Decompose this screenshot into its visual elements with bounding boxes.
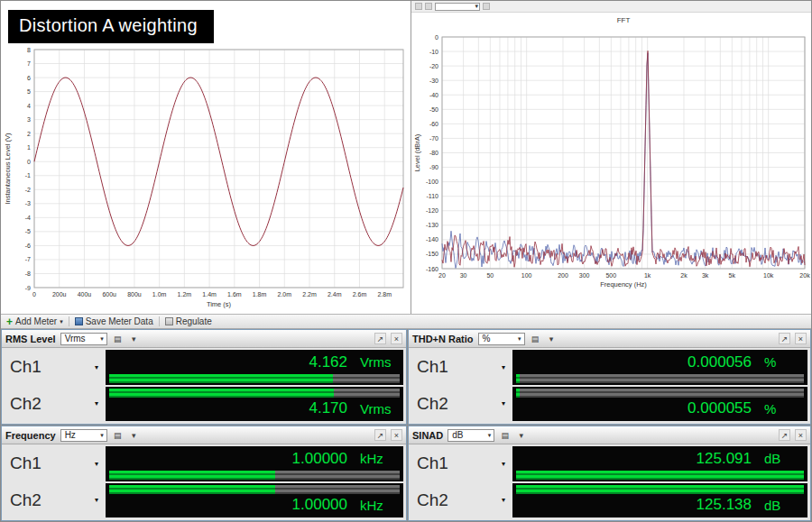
meter-bar	[516, 485, 804, 494]
svg-text:-10: -10	[429, 49, 438, 55]
unit-value: Vrms	[65, 334, 86, 343]
svg-text:200: 200	[558, 272, 568, 279]
svg-text:8: 8	[27, 47, 31, 53]
meter-value: 4.170	[309, 399, 347, 417]
meter-bar	[516, 389, 804, 398]
meter-value: 1.00000	[292, 450, 347, 468]
channel-selector[interactable]: Ch2 ▾	[5, 483, 106, 518]
chevron-down-icon: ▾	[100, 432, 104, 439]
svg-text:-9: -9	[25, 285, 31, 291]
meter-settings-icon[interactable]: ▤	[112, 333, 124, 344]
scope-chart: 876543210-1-2-3-4-5-6-7-8-90200u400u600u…	[1, 1, 411, 314]
chevron-down-icon: ▾	[95, 460, 98, 468]
svg-text:-40: -40	[429, 92, 438, 98]
regulate-button[interactable]: Regulate	[160, 315, 217, 328]
meter-menu-icon[interactable]: ▾	[515, 429, 527, 441]
channel-selector[interactable]: Ch2 ▾	[411, 387, 512, 422]
add-meter-button[interactable]: + Add Meter ▾	[1, 315, 69, 328]
svg-text:2k: 2k	[680, 272, 687, 279]
meter-reading: 4.162 Vrms	[109, 352, 400, 373]
popout-icon[interactable]: ↗	[374, 429, 386, 441]
meter-bar	[109, 374, 400, 383]
fft-toolbar-icon[interactable]	[483, 3, 490, 10]
channel-label: Ch2	[10, 394, 42, 414]
meter-channel-row: Ch2 ▾ 4.170 Vrms	[5, 387, 403, 422]
meter-value: 125.138	[697, 496, 752, 514]
fft-toolbar-icon[interactable]	[415, 3, 422, 10]
meter-panel-rms-level: RMS Level Vrms ▾ ▤ ▾ ↗ × Ch1 ▾ 4.162	[1, 329, 407, 425]
meter-channel-row: Ch1 ▾ 0.000056 %	[411, 350, 807, 385]
meter-bar-fill	[516, 389, 520, 398]
unit-value: dB	[452, 430, 463, 440]
channel-selector[interactable]: Ch1 ▾	[411, 446, 512, 481]
svg-text:1.8m: 1.8m	[253, 291, 267, 298]
channel-selector[interactable]: Ch1 ▾	[5, 446, 106, 481]
meter-settings-icon[interactable]: ▤	[499, 429, 511, 441]
channel-label: Ch1	[417, 357, 448, 377]
svg-text:50: 50	[486, 272, 494, 279]
meter-menu-icon[interactable]: ▾	[546, 333, 558, 344]
regulate-label: Regulate	[176, 316, 212, 326]
svg-text:2.2m: 2.2m	[302, 291, 317, 298]
meter-reading: 125.091 dB	[516, 448, 804, 470]
meter-header[interactable]: RMS Level Vrms ▾ ▤ ▾ ↗ ×	[2, 330, 406, 348]
unit-dropdown[interactable]: Vrms ▾	[60, 333, 107, 345]
meter-header[interactable]: SINAD dB ▾ ▤ ▾ ↗ ×	[409, 426, 810, 444]
meter-menu-icon[interactable]: ▾	[128, 429, 140, 441]
meter-bar	[109, 389, 400, 398]
fft-toolbar-icon[interactable]	[425, 3, 432, 10]
meter-title: RMS Level	[5, 334, 56, 344]
channel-selector[interactable]: Ch1 ▾	[5, 350, 106, 385]
svg-text:Instantaneous Level (V): Instantaneous Level (V)	[4, 133, 12, 205]
svg-text:6: 6	[27, 75, 31, 81]
unit-dropdown[interactable]: Hz ▾	[60, 429, 107, 442]
popout-icon[interactable]: ↗	[374, 333, 386, 344]
meter-title: THD+N Ratio	[412, 334, 474, 344]
meter-settings-icon[interactable]: ▤	[112, 429, 124, 441]
close-icon[interactable]: ×	[391, 333, 402, 344]
svg-text:-6: -6	[25, 243, 31, 249]
unit-dropdown[interactable]: % ▾	[478, 333, 525, 345]
channel-selector[interactable]: Ch1 ▾	[411, 350, 512, 385]
save-meter-data-button[interactable]: Save Meter Data	[69, 315, 159, 328]
meter-panel-sinad: SINAD dB ▾ ▤ ▾ ↗ × Ch1 ▾ 125.091	[408, 426, 811, 521]
meter-reading: 1.00000 kHz	[109, 495, 400, 517]
svg-text:Level (dBrA): Level (dBrA)	[413, 133, 421, 171]
svg-text:4: 4	[27, 103, 31, 109]
meter-display: 125.091 dB	[512, 446, 807, 481]
meter-channel-row: Ch2 ▾ 1.00000 kHz	[5, 483, 403, 518]
meter-settings-icon[interactable]: ▤	[530, 333, 541, 344]
plus-icon: +	[6, 317, 13, 326]
meter-bar-fill	[516, 485, 804, 494]
fft-toolbar-dropdown[interactable]: ▾	[435, 3, 480, 11]
meter-title: SINAD	[412, 430, 443, 441]
meter-bar	[109, 471, 400, 480]
svg-text:1.4m: 1.4m	[202, 291, 217, 298]
meter-menu-icon[interactable]: ▾	[128, 333, 140, 344]
close-icon[interactable]: ×	[391, 429, 402, 441]
meter-grid: RMS Level Vrms ▾ ▤ ▾ ↗ × Ch1 ▾ 4.162	[1, 329, 811, 521]
meter-panel-frequency: Frequency Hz ▾ ▤ ▾ ↗ × Ch1 ▾ 1.00000	[1, 426, 407, 521]
svg-text:-1: -1	[25, 172, 31, 179]
meter-header[interactable]: THD+N Ratio % ▾ ▤ ▾ ↗ ×	[409, 330, 810, 348]
channel-selector[interactable]: Ch2 ▾	[411, 483, 512, 518]
unit-value: %	[483, 334, 491, 343]
unit-dropdown[interactable]: dB ▾	[448, 429, 494, 442]
popout-icon[interactable]: ↗	[779, 429, 790, 441]
svg-text:5k: 5k	[729, 272, 736, 279]
channel-label: Ch2	[417, 490, 448, 510]
meter-header[interactable]: Frequency Hz ▾ ▤ ▾ ↗ ×	[2, 426, 406, 444]
chevron-down-icon: ▾	[95, 363, 98, 371]
close-icon[interactable]: ×	[795, 333, 807, 344]
meter-reading: 125.138 dB	[516, 495, 804, 517]
svg-text:-90: -90	[429, 164, 438, 170]
meter-display: 4.170 Vrms	[106, 387, 403, 422]
meter-value: 0.000055	[687, 399, 752, 417]
close-icon[interactable]: ×	[795, 429, 807, 441]
channel-selector[interactable]: Ch2 ▾	[5, 387, 106, 422]
svg-text:-110: -110	[427, 193, 439, 199]
popout-icon[interactable]: ↗	[779, 333, 790, 344]
svg-text:300: 300	[579, 272, 590, 279]
meter-display: 125.138 dB	[512, 483, 807, 518]
meter-value: 0.000056	[687, 353, 752, 371]
